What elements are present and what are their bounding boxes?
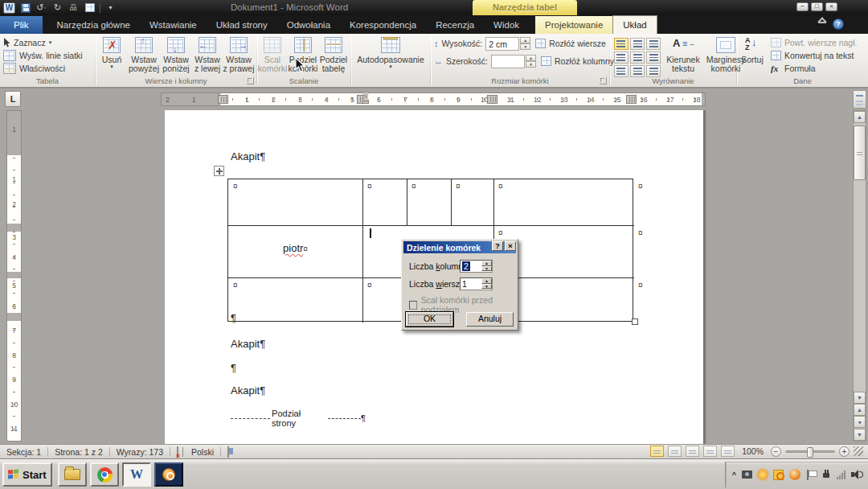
tray-camera-icon[interactable] — [742, 471, 752, 479]
tab-uklad[interactable]: Układ — [612, 15, 657, 34]
tab-widok[interactable]: Widok — [484, 16, 529, 34]
tab-projektowanie[interactable]: Projektowanie — [535, 16, 612, 34]
tray-network-icon[interactable] — [837, 471, 845, 479]
insert-table-icon[interactable] — [84, 2, 96, 14]
status-language[interactable]: Polski — [185, 447, 220, 457]
width-spinner[interactable]: ▲▼ — [491, 55, 536, 68]
tab-odwolania[interactable]: Odwołania — [277, 16, 340, 34]
redo-icon[interactable]: ↻ — [51, 2, 63, 14]
help-icon[interactable]: ? — [833, 18, 844, 30]
dialog-launcher-icon[interactable] — [600, 77, 607, 84]
table-move-handle[interactable] — [214, 166, 224, 176]
zoom-in-icon[interactable]: + — [839, 446, 850, 457]
align-middle-center-button[interactable] — [630, 51, 645, 64]
view-outline-icon[interactable] — [703, 446, 717, 457]
view-fullscreen-icon[interactable] — [668, 446, 682, 457]
scroll-up-icon[interactable]: ▲ — [854, 111, 866, 123]
indent-marker[interactable] — [362, 92, 370, 105]
zoom-slider-thumb[interactable] — [807, 447, 813, 458]
minimize-button[interactable]: − — [796, 2, 809, 11]
view-print-layout-icon[interactable] — [650, 446, 664, 457]
scrollbar-thumb[interactable] — [854, 125, 866, 180]
browse-object-icon[interactable]: ● — [854, 416, 866, 428]
wstaw-z-prawej-button[interactable]: → Wstawz prawej — [223, 34, 255, 80]
close-button[interactable]: × — [825, 2, 837, 11]
browse-next-icon[interactable]: ▼ — [854, 429, 866, 441]
paragraph-akapit-2[interactable]: Akapit¶ — [231, 338, 265, 350]
status-words[interactable]: Wyrazy: 173 — [110, 447, 170, 457]
table-column-marker[interactable] — [218, 95, 228, 104]
table-column-marker[interactable] — [487, 95, 497, 104]
tab-korespondencja[interactable]: Korespondencja — [340, 16, 426, 34]
start-button[interactable]: Start — [2, 462, 52, 487]
tray-flag-icon[interactable] — [806, 470, 816, 480]
table-resize-handle[interactable] — [632, 318, 638, 325]
tray-update-icon[interactable] — [789, 469, 800, 480]
formula-button[interactable]: fx Formuła — [768, 62, 860, 75]
word-logo-icon[interactable]: W — [3, 2, 15, 14]
podziel-tabele-button[interactable]: Podzieltabelę — [318, 34, 349, 80]
tray-brightness-icon[interactable] — [758, 470, 768, 479]
vertical-ruler[interactable]: 1 1 2 3 4 5 6 7 8 9 10 11 — [6, 110, 22, 442]
align-bottom-right-button[interactable] — [646, 65, 661, 77]
spin-down-icon[interactable]: ▼ — [481, 284, 492, 290]
kierunek-tekstu-button[interactable]: A ≡ → Kierunektekstu — [665, 34, 702, 80]
tab-stop-selector[interactable]: L — [5, 91, 21, 107]
wstaw-ponizej-button[interactable]: ↓ Wstawponiżej — [160, 34, 192, 80]
restore-button[interactable]: □ — [811, 2, 823, 11]
qat-options-icon[interactable]: ▾ — [104, 2, 117, 14]
spin-up-icon[interactable]: ▲ — [520, 37, 530, 43]
rozloz-kolumny-button[interactable]: Rozłóż kolumny — [539, 55, 616, 68]
align-top-center-button[interactable] — [630, 38, 645, 50]
horizontal-ruler[interactable]: 2 1 1 2 3 4 5 6 7 8 9 10 11 12 13 14 15 … — [161, 92, 706, 106]
empty-paragraph[interactable]: ¶ — [231, 362, 236, 374]
konwertuj-button[interactable]: Konwertuj na tekst — [768, 49, 860, 62]
width-value[interactable] — [491, 55, 525, 68]
align-middle-right-button[interactable] — [646, 51, 661, 64]
zoom-slider[interactable] — [785, 450, 835, 453]
dialog-close-icon[interactable]: × — [505, 241, 516, 251]
align-bottom-center-button[interactable] — [630, 65, 645, 77]
paragraph-akapit-1[interactable]: Akapit¶ — [231, 150, 265, 162]
height-value[interactable]: 2 cm — [485, 37, 519, 51]
taskbar-explorer-button[interactable] — [58, 462, 87, 487]
tab-narzedzia-glowne[interactable]: Narzędzia główne — [47, 16, 140, 34]
table-cell-piotr[interactable]: piotr¤ — [228, 242, 362, 254]
paragraph-akapit-3[interactable]: Akapit¶ — [231, 384, 265, 397]
zaznacz-button[interactable]: Zaznacz ▾ — [0, 36, 95, 49]
align-top-left-button[interactable] — [614, 38, 628, 50]
align-middle-left-button[interactable] — [614, 51, 628, 64]
tab-recenzja[interactable]: Recenzja — [426, 16, 484, 34]
wstaw-z-lewej-button[interactable]: ← Wstawz lewej — [192, 34, 223, 80]
tab-uklad-strony[interactable]: Układ strony — [207, 16, 277, 34]
tray-volume-icon[interactable] — [851, 470, 862, 479]
minimize-ribbon-icon[interactable] — [818, 22, 826, 27]
empty-paragraph[interactable]: ¶ — [231, 312, 236, 324]
wstaw-powyzej-button[interactable]: ↑ Wstawpowyżej — [128, 34, 160, 80]
wlasciwosci-button[interactable]: Właściwości — [0, 62, 95, 75]
ruler-toggle-icon[interactable] — [853, 90, 866, 109]
spellcheck-icon[interactable] — [170, 447, 185, 457]
view-draft-icon[interactable] — [721, 446, 735, 457]
org-chart-icon[interactable]: 品 — [68, 2, 80, 14]
save-icon[interactable] — [19, 2, 31, 14]
spin-up-icon[interactable]: ▲ — [526, 55, 536, 61]
tray-expand-icon[interactable]: ^ — [732, 471, 736, 478]
browse-previous-icon[interactable]: ▲ — [854, 404, 866, 416]
sortuj-button[interactable]: A Z ↓ Sortuj — [737, 34, 768, 80]
taskbar-chrome-button[interactable] — [90, 462, 119, 487]
status-page[interactable]: Strona: 1 z 2 — [48, 447, 109, 457]
taskbar-word-button[interactable]: W — [122, 462, 151, 487]
tab-plik[interactable]: Plik — [0, 16, 43, 34]
spin-down-icon[interactable]: ▼ — [526, 61, 536, 68]
taskbar-outlook-button[interactable] — [154, 462, 183, 487]
resize-grip[interactable] — [854, 446, 863, 456]
height-spinner[interactable]: 2 cm ▲▼ — [485, 37, 530, 51]
ok-button[interactable]: OK — [406, 312, 453, 327]
undo-icon[interactable]: ↺▾ — [35, 2, 47, 14]
status-section[interactable]: Sekcja: 1 — [0, 447, 47, 457]
spin-down-icon[interactable]: ▼ — [481, 266, 492, 272]
zoom-out-icon[interactable]: − — [771, 446, 781, 457]
linie-siatki-button[interactable]: Wyśw. linie siatki — [0, 49, 95, 62]
rozloz-wiersze-button[interactable]: Rozłóż wiersze — [534, 37, 608, 50]
